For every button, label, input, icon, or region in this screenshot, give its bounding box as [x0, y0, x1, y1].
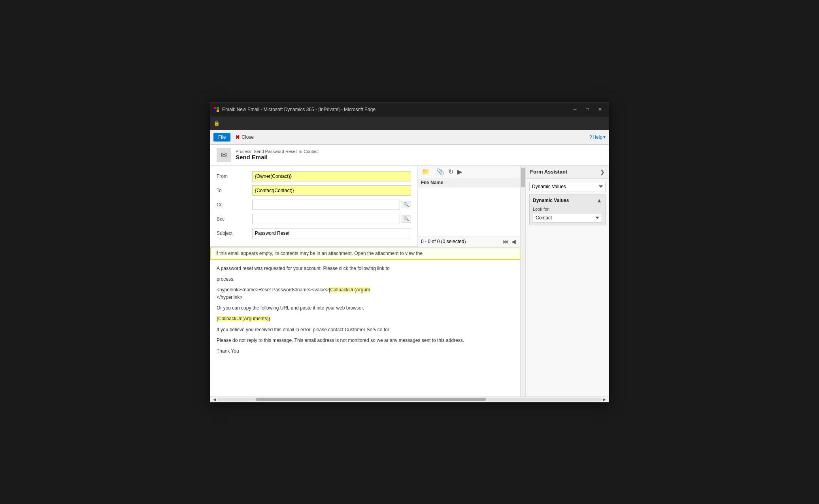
warning-bar: If this email appears empty, its content… [210, 247, 520, 260]
to-label: To [217, 188, 252, 193]
panel-expand-arrow[interactable]: ❯ [600, 169, 605, 175]
help-question-icon: ? [589, 134, 592, 140]
window-close-button[interactable]: ✕ [594, 105, 606, 114]
first-page-button[interactable]: ⏮ [502, 238, 510, 245]
email-para-3: If you believe you received this email i… [217, 326, 514, 334]
panel-title: Form Assistant [530, 169, 567, 175]
cc-search-button[interactable]: 🔍 [402, 201, 411, 208]
horizontal-scroll-thumb[interactable] [256, 398, 486, 401]
toolbar-separator-1 [433, 168, 433, 175]
close-x-icon: ✖ [235, 134, 240, 140]
email-para-hyperlink: <hyperlink><name>Reset Password</name><v… [217, 286, 514, 301]
scroll-right-arrow[interactable]: ▶ [602, 397, 607, 402]
address-bar: 🔒 [210, 117, 609, 130]
main-area: From To Cc [210, 166, 609, 396]
dv-header: Dynamic Values ▲ [533, 197, 602, 204]
bcc-input-wrapper: 🔍 [252, 214, 411, 224]
bcc-input[interactable] [252, 214, 400, 224]
prev-page-button[interactable]: ◀ [510, 238, 517, 245]
refresh-button[interactable]: ↻ [447, 167, 454, 176]
bcc-label: Bcc [217, 216, 252, 222]
bottom-scrollbar-area[interactable]: ◀ ▶ [210, 396, 609, 402]
callback-url-highlight-2: {CallbackUrl(Arguments)} [217, 316, 270, 321]
bcc-row: Bcc 🔍 [217, 213, 411, 225]
email-para-2: Or you can copy the following URL and pa… [217, 304, 514, 312]
minimize-button[interactable]: ─ [569, 105, 580, 114]
email-icon: ✉ [217, 148, 231, 162]
page-header: ✉ Process: Send Password Reset To Contac… [210, 145, 609, 166]
play-button[interactable]: ▶ [457, 167, 463, 176]
to-row: To [217, 185, 411, 196]
window-title: Email: New Email - Microsoft Dynamics 36… [222, 107, 569, 112]
from-row: From [217, 170, 411, 182]
vertical-scroll-thumb[interactable] [521, 168, 525, 187]
help-label: Help [593, 134, 602, 140]
file-name-label: File Name [421, 180, 443, 185]
subject-input[interactable] [252, 228, 411, 238]
cc-input-wrapper: 🔍 [252, 200, 411, 210]
callback-url-highlight-1: {CallbackUrl(Argum [329, 287, 370, 293]
subject-row: Subject [217, 227, 411, 239]
to-input[interactable] [252, 185, 411, 196]
email-body[interactable]: A password reset was requested for your … [210, 260, 520, 396]
lock-icon: 🔒 [213, 120, 220, 126]
email-para-callback: {CallbackUrl(Arguments)} [217, 315, 514, 323]
dynamic-values-dropdown[interactable]: Dynamic Values [529, 182, 606, 191]
form-attach-split: From To Cc [210, 166, 520, 247]
file-manager-button[interactable]: 📁 [421, 167, 430, 176]
dv-title: Dynamic Values [533, 198, 569, 203]
attachment-content [418, 187, 520, 236]
window-controls[interactable]: ─ □ ✕ [569, 105, 606, 114]
attachment-section: 📁 📎 ↻ ▶ File Name ↑ 0 - 0 of 0 (0 [417, 166, 520, 247]
scroll-left-arrow[interactable]: ◀ [212, 397, 217, 402]
from-input[interactable] [252, 171, 411, 181]
email-para-5: Thank You [217, 347, 514, 355]
warning-text: If this email appears empty, its content… [215, 251, 423, 256]
panel-body: Dynamic Values Dynamic Values ▲ Look for… [526, 179, 609, 396]
form-section: From To Cc [210, 166, 417, 247]
subject-label: Subject [217, 230, 252, 236]
header-text: Process: Send Password Reset To Contact … [236, 149, 319, 160]
dynamic-values-section: Dynamic Values ▲ Look for: Contact [529, 194, 606, 225]
sort-arrow-icon: ↑ [445, 180, 447, 185]
cc-row: Cc 🔍 [217, 199, 411, 211]
dv-collapse-icon[interactable]: ▲ [596, 197, 602, 204]
page-title: Send Email [236, 154, 319, 160]
right-panel: Form Assistant ❯ Dynamic Values Dynamic … [526, 166, 609, 396]
panel-header: Form Assistant ❯ [526, 166, 609, 179]
browser-icon [213, 106, 220, 113]
look-for-dropdown[interactable]: Contact [533, 213, 602, 223]
form-panel: From To Cc [210, 166, 520, 396]
pagination-text: 0 - 0 of 0 (0 selected) [421, 239, 466, 244]
look-for-label: Look for: [533, 207, 602, 211]
email-para-4: Please do not reply to this message. Thi… [217, 337, 514, 344]
page-nav[interactable]: ⏮ ◀ [502, 238, 517, 245]
help-chevron-icon: ▾ [603, 134, 606, 140]
app-content: File ✖ Close ? Help ▾ ✉ Process: Send Pa… [210, 130, 609, 402]
attachment-toolbar: 📁 📎 ↻ ▶ [418, 166, 520, 178]
email-para-1: A password reset was requested for your … [217, 265, 514, 272]
close-command-button[interactable]: ✖ Close [232, 132, 257, 142]
maximize-button[interactable]: □ [582, 105, 593, 114]
file-button[interactable]: File [213, 133, 230, 142]
process-text: Process: Send Password Reset To Contact [236, 149, 319, 154]
bcc-search-button[interactable]: 🔍 [402, 215, 411, 223]
attach-button[interactable]: 📎 [436, 167, 445, 176]
help-button[interactable]: ? Help ▾ [589, 134, 606, 140]
attachment-table-header: File Name ↑ [418, 178, 520, 187]
attachment-pagination: 0 - 0 of 0 (0 selected) ⏮ ◀ [418, 236, 520, 247]
from-label: From [217, 174, 252, 179]
cc-input[interactable] [252, 200, 400, 210]
vertical-scrollbar[interactable] [520, 166, 526, 396]
horizontal-scroll-track[interactable] [217, 398, 602, 401]
cc-label: Cc [217, 202, 252, 208]
command-bar: File ✖ Close ? Help ▾ [210, 130, 609, 145]
email-para-1b: process. [217, 276, 514, 283]
close-label: Close [242, 134, 254, 140]
title-bar: Email: New Email - Microsoft Dynamics 36… [210, 102, 609, 117]
form-fields: From To Cc [210, 166, 417, 247]
